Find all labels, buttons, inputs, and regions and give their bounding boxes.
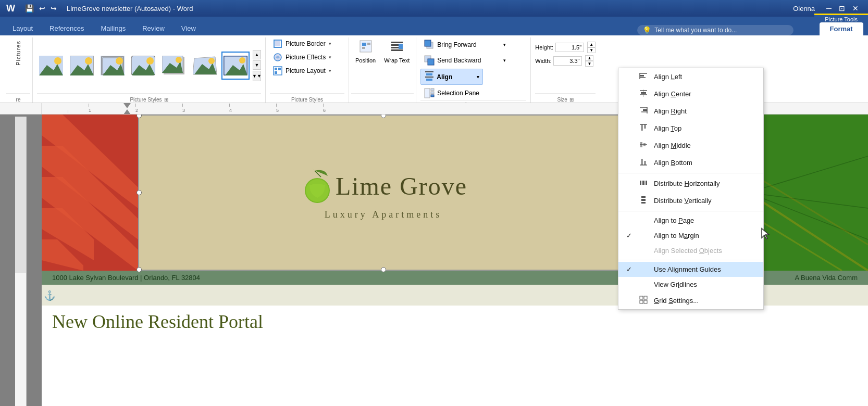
user-name[interactable]: Olenna [793,5,815,12]
dropdown-grid-settings[interactable]: Grid Settings... [618,292,763,309]
style-thumb-1[interactable] [37,52,65,80]
position-button[interactable]: Position [351,37,380,66]
quick-access-toolbar: 💾 ↩ ↪ [23,4,58,12]
picture-layout-label: Picture Layout [286,67,326,74]
close-icon[interactable]: ✕ [849,4,862,12]
logo-area[interactable]: Lime Grove Luxury Apartments [138,115,628,271]
dropdown-align-right[interactable]: Align Right [618,103,763,120]
picture-effects-icon [273,53,282,62]
size-dialog-launcher[interactable]: ⊞ [569,97,574,103]
tab-format[interactable]: Format [820,22,863,35]
align-bottom-check [625,159,633,167]
align-selected-label: Align Selected Objects [654,247,722,255]
style-thumb-7[interactable] [221,52,250,80]
picture-border-button[interactable]: Picture Border ▾ [270,37,344,50]
picture-layout-button[interactable]: Picture Layout ▾ [270,65,344,77]
picture-tools-label: Picture Tools [814,14,868,22]
align-bottom-icon [638,158,649,168]
doc-content: New Online Resident Portal [42,306,868,338]
dropdown-align-bottom[interactable]: Align Bottom [618,154,763,171]
wrap-text-icon [390,40,404,56]
align-center-icon [638,89,649,99]
align-button[interactable]: Align ▾ [420,69,483,85]
dropdown-align-page[interactable]: Align to Page [618,213,763,228]
selection-pane-button[interactable]: Selection Pane [420,86,509,100]
width-input[interactable] [553,56,582,66]
article-title: New Online Resident Portal [52,311,858,333]
redo-icon[interactable]: ↪ [49,4,58,12]
tab-view[interactable]: View [173,21,204,35]
svg-rect-36 [391,42,403,43]
bring-forward-row: Bring Forward ▾ [420,37,526,52]
svg-rect-44 [428,59,434,65]
svg-rect-30 [278,68,281,70]
dropdown-align-left[interactable]: Align Left [618,68,763,85]
align-margin-label: Align to Margin [654,232,699,239]
style-thumb-4[interactable] [129,52,157,80]
bring-forward-button[interactable]: Bring Forward ▾ [420,37,509,52]
app-title: LimeGrove newsletter (Autosaved) - Word [67,5,193,12]
dropdown-align-middle[interactable]: Align Middle [618,137,763,154]
scroll-arrows: ▲ ▼ ▼▼ [253,50,261,81]
tab-mailings[interactable]: Mailings [93,21,134,35]
svg-rect-35 [362,47,365,49]
dropdown-distribute-h[interactable]: Distribute Horizontally [618,175,763,192]
scroll-up-arrow[interactable]: ▲ [253,50,261,59]
align-center-check [625,90,633,98]
ruler-3: 3 [182,108,229,113]
tab-review[interactable]: Review [134,21,173,35]
style-thumb-6[interactable] [191,52,219,80]
undo-icon[interactable]: ↩ [38,4,47,12]
tab-layout[interactable]: Layout [4,21,41,35]
position-icon [359,40,373,56]
ruler-6: 6 [323,108,370,113]
style-thumb-5[interactable] [160,52,188,80]
send-backward-icon [424,55,435,66]
grid-settings-check [625,297,633,304]
dist-h-check [625,180,633,187]
svg-rect-39 [391,47,399,48]
svg-point-2 [54,57,61,65]
send-backward-button[interactable]: Send Backward ▾ [420,53,509,68]
selection-pane-icon [424,87,435,99]
height-up-arrow[interactable]: ▲ [587,42,596,47]
tell-me-bar[interactable]: 💡 Tell me what you want to do... [637,25,793,35]
align-right-check [625,107,633,115]
style-thumb-3[interactable] [98,52,127,80]
ruler-1: 1 [89,108,135,113]
dropdown-distribute-v[interactable]: Distribute Vertically [618,192,763,209]
wrap-text-button[interactable]: Wrap Text [380,37,414,66]
svg-rect-109 [640,300,643,303]
minimize-icon[interactable]: ─ [823,4,835,12]
svg-rect-45 [425,71,433,72]
scroll-expand-arrow[interactable]: ▼▼ [253,71,261,81]
style-thumb-2[interactable] [68,52,96,80]
dropdown-align-selected[interactable]: Align Selected Objects [618,243,763,258]
dropdown-align-top[interactable]: Align Top [618,120,763,137]
picture-effects-button[interactable]: Picture Effects ▾ [270,51,344,64]
tab-bar: Layout References Mailings Review View 💡… [0,17,868,35]
svg-rect-106 [641,202,646,204]
restore-icon[interactable]: ⊡ [836,4,848,12]
svg-rect-105 [641,199,646,201]
width-up-arrow[interactable]: ▲ [585,55,593,61]
dropdown-view-gridlines[interactable]: View Gridlines [618,277,763,292]
save-icon[interactable]: 💾 [23,4,35,12]
dropdown-use-guides[interactable]: ✓ Use Alignment Guides [618,262,763,277]
send-backward-label: Send Backward [437,57,481,64]
dropdown-align-center[interactable]: Align Center [618,85,763,103]
styles-dialog-launcher[interactable]: ⊞ [164,97,168,103]
align-row: Align ▾ [420,69,526,85]
dist-h-label: Distribute Horizontally [654,180,720,187]
align-left-label: Align Left [654,73,682,81]
svg-rect-99 [641,159,643,165]
svg-rect-50 [431,88,434,91]
height-input[interactable] [555,43,584,52]
scroll-down-arrow[interactable]: ▼ [253,60,261,70]
size-inputs: Height: ▲ ▼ Width: ▲ ▼ [535,37,596,71]
height-down-arrow[interactable]: ▼ [587,47,596,53]
align-selected-icon [638,247,649,255]
tab-references[interactable]: References [41,21,92,35]
dropdown-align-margin[interactable]: ✓ Align to Margin [618,228,763,243]
width-down-arrow[interactable]: ▼ [585,61,593,67]
